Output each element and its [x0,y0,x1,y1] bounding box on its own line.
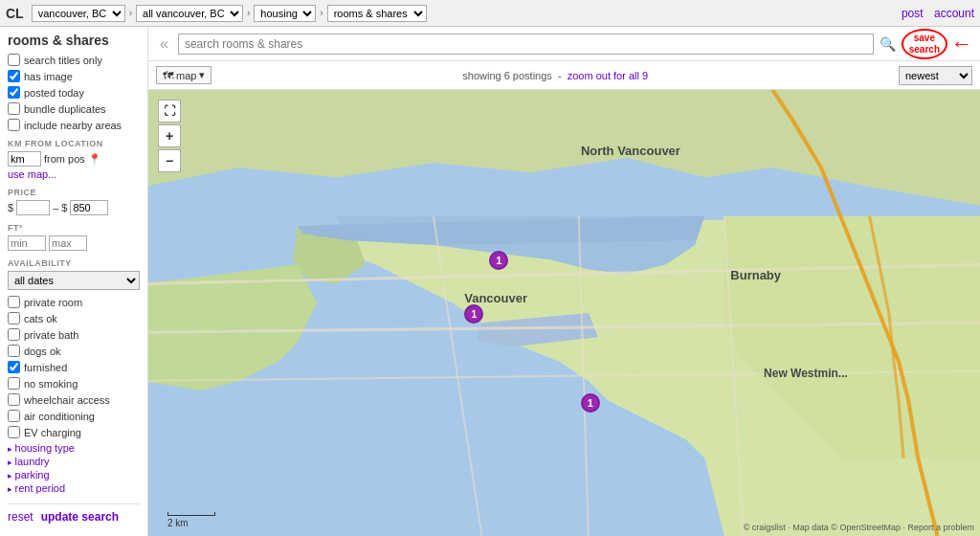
arrow-icon-3: › [320,8,323,18]
price-section-label: PRICE [8,188,140,197]
price-min-input[interactable] [16,200,50,215]
location-pin-icon: 📍 [88,153,101,166]
private-bath-checkbox[interactable] [8,328,20,341]
search-button[interactable]: 🔍 [880,36,896,52]
expand-rent-period[interactable]: rent period [8,482,140,494]
annotation-arrow: ← [951,32,972,56]
cats-ok-checkbox[interactable] [8,312,20,324]
map-svg [148,90,980,536]
price-row: $ – $ [8,200,140,215]
use-map-link[interactable]: use map... [8,168,140,180]
price-max-input[interactable] [70,200,108,215]
arrow-icon-1: › [129,8,132,18]
map-marker-3[interactable]: 1 [581,393,600,413]
dogs-ok-label: dogs ok [24,346,61,357]
filter-air-conditioning: air conditioning [8,410,140,422]
search-titles-checkbox[interactable] [8,54,20,66]
include-nearby-checkbox[interactable] [8,119,20,131]
arrow-icon-2: › [247,8,250,18]
burnaby-label: Burnaby [730,268,781,282]
expand-laundry[interactable]: laundry [8,456,140,467]
search-row: « 🔍 save search ← [148,27,980,61]
category-select-1[interactable]: housing [254,5,316,22]
filter-dogs-ok: dogs ok [8,345,140,357]
map-controls: ⛶ + − [158,100,181,172]
search-input[interactable] [178,34,874,55]
map-attribution: © craigslist · Map data © OpenStreetMap … [744,523,974,532]
filter-search-titles: search titles only [8,54,140,66]
posting-count: showing 6 postings - zoom out for all 9 [462,70,648,81]
sidebar-title: rooms & shares [8,33,140,48]
km-section-label: KM FROM LOCATION [8,139,140,148]
scale-label: 2 km [167,518,189,528]
expand-housing-type[interactable]: housing type [8,442,140,454]
update-search-button[interactable]: update search [41,510,119,524]
ev-charging-label: EV charging [24,427,81,438]
filter-include-nearby: include nearby areas [8,119,140,131]
account-link[interactable]: account [934,7,974,20]
filter-cats-ok: cats ok [8,312,140,324]
content-area: « 🔍 save search ← 🗺 map ▾ showing 6 post… [148,27,980,536]
furnished-label: furnished [24,362,67,373]
availability-select[interactable]: all dates today this week [8,271,140,290]
filter-furnished: furnished [8,361,140,373]
map-area[interactable]: North Vancouver Vancouver Burnaby New We… [148,90,980,536]
filter-ev-charging: EV charging [8,426,140,438]
reset-button[interactable]: reset [8,510,33,524]
availability-section-label: AVAILABILITY [8,258,140,268]
filter-private-bath: private bath [8,328,140,341]
ev-charging-checkbox[interactable] [8,426,20,438]
ft-section-label: FT² [8,223,140,233]
location-select-2[interactable]: all vancouver, BC [136,5,243,22]
price-max-label: $ [61,202,67,213]
map-icon: 🗺 [163,70,173,81]
sidebar: rooms & shares search titles only has im… [0,27,148,536]
category-select-2[interactable]: rooms & shares [327,5,427,22]
map-expand-button[interactable]: ⛶ [158,100,181,123]
ft-min-input[interactable] [8,235,46,251]
wheelchair-label: wheelchair access [24,394,110,406]
cats-ok-label: cats ok [24,313,57,324]
has-image-label: has image [24,71,73,82]
map-zoom-in-button[interactable]: + [158,124,181,147]
filter-posted-today: posted today [8,86,140,99]
collapse-button[interactable]: « [156,35,172,53]
sort-select[interactable]: newest oldest price asc price desc [899,66,972,85]
from-pos-label: from pos [44,153,85,165]
filter-bundle-duplicates: bundle duplicates [8,102,140,115]
ft-max-input[interactable] [49,235,87,251]
filter-no-smoking: no smoking [8,377,140,390]
air-conditioning-checkbox[interactable] [8,410,20,422]
location-select-1[interactable]: vancouver, BC [32,5,125,22]
save-search-button[interactable]: save search [902,29,947,59]
map-marker-2[interactable]: 1 [464,304,483,324]
expand-parking[interactable]: parking [8,469,140,480]
results-row: 🗺 map ▾ showing 6 postings - zoom out fo… [148,61,980,90]
map-toggle-button[interactable]: 🗺 map ▾ [156,66,212,84]
include-nearby-label: include nearby areas [24,120,122,131]
price-dash: – [53,202,58,213]
has-image-checkbox[interactable] [8,70,20,82]
main-layout: rooms & shares search titles only has im… [0,27,980,536]
km-input[interactable] [8,151,41,167]
posted-today-checkbox[interactable] [8,86,20,99]
map-toggle-area: 🗺 map ▾ [156,66,212,84]
wheelchair-checkbox[interactable] [8,393,20,406]
zoom-out-link[interactable]: zoom out for all 9 [568,70,648,81]
map-marker-1[interactable]: 1 [489,251,508,270]
air-conditioning-label: air conditioning [24,411,95,422]
top-nav: post account [894,7,974,20]
bundle-duplicates-checkbox[interactable] [8,102,20,115]
sort-area: newest oldest price asc price desc [899,66,972,85]
no-smoking-checkbox[interactable] [8,377,20,390]
filter-has-image: has image [8,70,140,82]
private-room-label: private room [24,297,82,308]
filter-wheelchair: wheelchair access [8,393,140,406]
post-link[interactable]: post [902,7,924,20]
filter-private-room: private room [8,296,140,308]
private-room-checkbox[interactable] [8,296,20,308]
dogs-ok-checkbox[interactable] [8,345,20,357]
map-zoom-out-button[interactable]: − [158,149,181,172]
scale-bar [167,512,215,516]
furnished-checkbox[interactable] [8,361,20,373]
